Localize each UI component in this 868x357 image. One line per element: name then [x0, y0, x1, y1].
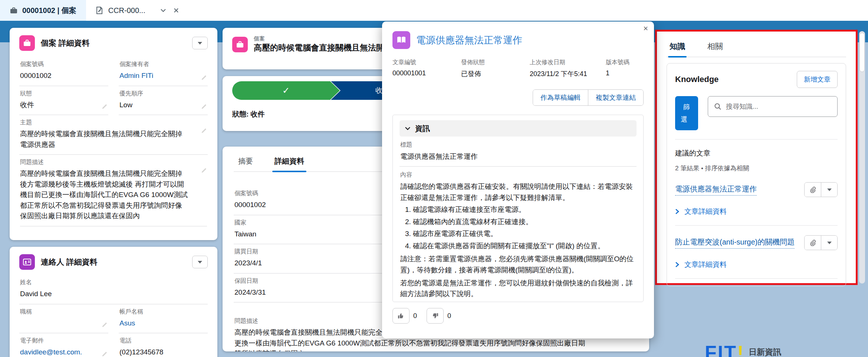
- divider: [675, 278, 838, 279]
- tab-controls: [155, 0, 184, 21]
- knowledge-article-modal: × 電源供應器無法正常運作 文章編號 000001001 發佈狀態 已發佈 上次…: [382, 22, 654, 338]
- edit-pencil-icon[interactable]: [201, 167, 207, 173]
- filter-button[interactable]: 篩選: [675, 96, 698, 130]
- tab-related[interactable]: 相關: [707, 38, 724, 57]
- copy-article-link-button[interactable]: 複製文章連結: [588, 90, 643, 105]
- edit-pencil-icon[interactable]: [102, 104, 108, 109]
- field-contact-name: 姓名 David Lee: [19, 275, 208, 304]
- article-details-toggle[interactable]: 文章詳細資料: [675, 207, 838, 216]
- tab-details[interactable]: 詳細資料: [272, 153, 306, 171]
- check-icon: ✓: [282, 85, 290, 96]
- close-tab-icon[interactable]: [174, 8, 179, 13]
- article-link[interactable]: 防止電壓突波(anti-surge)的關機問題: [675, 237, 795, 249]
- thumbs-down-button[interactable]: [427, 308, 444, 324]
- tab-summary[interactable]: 摘要: [236, 153, 255, 171]
- article-meta-row: 文章編號 000001001 發佈狀態 已發佈 上次修改日期 2023/11/2…: [392, 59, 644, 78]
- results-count-line: 2 筆結果 • 排序依據為相關: [675, 164, 838, 173]
- contact-card-actions-button[interactable]: [192, 256, 208, 268]
- article-link[interactable]: 電源供應器無法正常運作: [675, 184, 757, 196]
- article-details-toggle[interactable]: 文章詳細資料: [675, 260, 838, 269]
- edit-pencil-icon[interactable]: [201, 128, 207, 134]
- article-content-box: 資訊 標題 電源供應器無法正常運作 內容 請確認您的電源供應器有正確安裝。有關說…: [392, 115, 644, 302]
- paperclip-icon: [809, 239, 816, 246]
- chevron-down-icon: [405, 127, 411, 130]
- field-contact-account: 帳戶名稱 Asus: [119, 304, 208, 334]
- divider: [675, 139, 838, 140]
- meta-article-number: 文章編號 000001001: [392, 59, 461, 78]
- chevron-right-icon: [675, 262, 679, 268]
- contact-object-icon: [19, 254, 35, 270]
- knowledge-search-input[interactable]: [726, 103, 831, 111]
- sidebar-tabset: 知識 相關: [667, 37, 846, 57]
- vertical-scrollbar[interactable]: [859, 31, 865, 284]
- suggested-articles-title: 建議的文章: [675, 148, 838, 158]
- chevron-down-icon[interactable]: [160, 9, 166, 12]
- troubleshoot-steps: 確認電源線有正確連接至市座電源。 確認機箱內的直流電線材有正確連接。 確認市座電…: [413, 204, 636, 251]
- app-window: 00001002 | 個案 CCR-000... 個案 詳細資料: [0, 0, 868, 357]
- article-more-button[interactable]: [821, 183, 837, 197]
- knowledge-card: Knowledge 新增文章 篩選 建議的文章 2 筆結果 • 排序依據為相關 …: [667, 63, 846, 286]
- workspace-tab-ccr-label: CCR-000...: [108, 6, 145, 15]
- article-action-group: 作為草稿編輯 複製文章連結: [533, 89, 644, 106]
- meta-publish-status: 發佈狀態 已發佈: [461, 59, 530, 78]
- case-object-icon: [232, 37, 248, 52]
- thumbs-up-button[interactable]: [392, 308, 410, 324]
- brand-name: FIT: [705, 342, 737, 357]
- field-case-owner: 個案擁有者 Admin FITi: [119, 57, 208, 86]
- edit-as-draft-button[interactable]: 作為草稿編輯: [533, 90, 588, 105]
- attach-article-button[interactable]: [805, 183, 821, 197]
- modal-close-icon[interactable]: ×: [643, 24, 648, 33]
- case-detail-card: 個案 詳細資料 個案號碼 00001002 個案擁有者 Admin FITi 狀…: [10, 28, 217, 240]
- scrollbar-thumb[interactable]: [859, 33, 865, 72]
- article-actions-group: [804, 235, 838, 250]
- knowledge-heading: Knowledge: [675, 75, 719, 84]
- article-row: 防止電壓突波(anti-surge)的關機問題: [675, 235, 838, 250]
- meta-version: 版本號碼 1: [606, 59, 629, 78]
- account-link[interactable]: Asus: [119, 318, 207, 329]
- case-object-icon: [19, 35, 35, 51]
- case-card-title: 個案 詳細資料: [41, 38, 90, 48]
- workspace-tabbar: 00001002 | 個案 CCR-000...: [0, 0, 868, 21]
- chevron-right-icon: [675, 209, 679, 214]
- knowledge-search-box: [708, 96, 838, 117]
- field-case-number: 個案號碼 00001002: [19, 57, 108, 86]
- field-contact-jobtitle: 職稱: [19, 304, 108, 334]
- field-case-status: 狀態 收件: [19, 86, 108, 115]
- thumbs-up-count: 0: [413, 312, 417, 320]
- workspace-tab-case[interactable]: 00001002 | 個案: [0, 0, 86, 21]
- edit-pencil-icon[interactable]: [102, 322, 108, 328]
- case-owner-link[interactable]: Admin FITi: [119, 71, 207, 81]
- field-contact-phone: 電話 (02)12345678: [119, 333, 208, 357]
- edit-pencil-icon[interactable]: [201, 104, 207, 109]
- path-stage-done[interactable]: ✓: [232, 81, 340, 100]
- article-vote-row: 0 0: [392, 308, 644, 324]
- brand-exclaim: !: [737, 342, 743, 357]
- case-card-actions-button[interactable]: [192, 37, 208, 49]
- email-link[interactable]: davidlee@test.com.: [20, 347, 108, 357]
- divider: [675, 225, 838, 226]
- knowledge-object-icon: [392, 31, 410, 49]
- article-field-content: 內容 請確認您的電源供應器有正確安裝。有關說明請使用以下連結：若電源安裝正確卻還…: [400, 167, 637, 302]
- workspace-tab-case-label: 00001002 | 個案: [22, 6, 76, 16]
- workspace-tab-ccr[interactable]: CCR-000...: [86, 0, 155, 21]
- article-title: 電源供應器無法正常運作: [416, 34, 522, 47]
- tab-knowledge[interactable]: 知識: [669, 38, 686, 57]
- fit-brand-logo: FIT! 日新資訊: [705, 343, 781, 357]
- attach-article-button[interactable]: [805, 236, 821, 250]
- contact-detail-card: 連絡人 詳細資料 姓名 David Lee 職稱 帳戶名稱 Asus 電子郵件 …: [10, 247, 217, 357]
- article-more-button[interactable]: [821, 236, 837, 250]
- knowledge-sidebar-annotated: 知識 相關 Knowledge 新增文章 篩選 建議的文章 2 筆結果 • 排序…: [655, 30, 858, 285]
- brand-text: 日新資訊: [749, 347, 781, 357]
- article-actions-group: [804, 182, 838, 197]
- paperclip-icon: [809, 186, 816, 193]
- info-section-header[interactable]: 資訊: [400, 120, 637, 137]
- new-article-button[interactable]: 新增文章: [797, 71, 838, 88]
- search-icon: [714, 103, 721, 110]
- article-field-title: 標題 電源供應器無法正常運作: [400, 137, 637, 167]
- edit-pencil-icon[interactable]: [201, 75, 207, 81]
- field-contact-email: 電子郵件 davidlee@test.com.: [19, 333, 108, 357]
- meta-last-modified: 上次修改日期 2023/11/2 下午5:41: [530, 59, 606, 78]
- edit-pencil-icon[interactable]: [102, 351, 108, 357]
- field-case-subject: 主題 高壓的時候電腦會直接關機且無法開機只能完全關掉電源供應器: [19, 115, 208, 155]
- thumbs-down-count: 0: [447, 312, 451, 320]
